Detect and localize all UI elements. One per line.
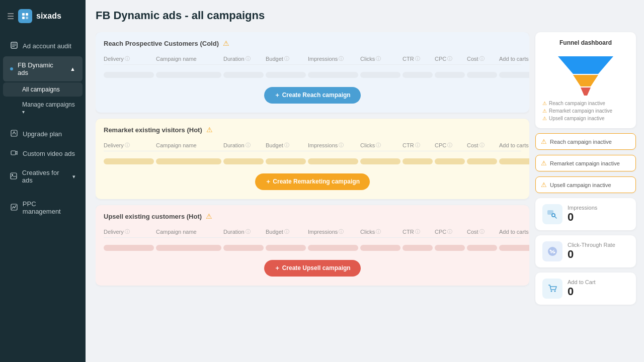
funnel-title: Funnel dashboard <box>542 39 629 46</box>
ctr-icon-box: % <box>542 241 562 261</box>
create-reach-campaign-button[interactable]: ＋ Create Reach campaign <box>264 87 360 104</box>
td-sk <box>467 158 497 164</box>
sidebar-item-label-audit: Ad account audit <box>23 42 71 50</box>
hamburger-icon[interactable]: ☰ <box>7 12 14 21</box>
creatives-icon <box>10 172 18 181</box>
impressions-metric-card: Impressions 0 <box>535 198 636 230</box>
sidebar-subitem-all-campaigns[interactable]: All campaigns <box>3 82 83 97</box>
remarket-panel-title: Remarket existing visitors (Hot) <box>104 126 202 134</box>
td-sk <box>435 245 465 251</box>
ctr-metric-card: % Click-Through Rate 0 <box>535 235 636 267</box>
th-budget-reach: Budget ⓘ <box>266 55 306 62</box>
ctr-label: Click-Through Rate <box>568 242 615 248</box>
sidebar-subitem-manage-campaigns[interactable]: Manage campaigns ▾ <box>3 98 83 119</box>
upsell-alert-label: Upsell campaign inactive <box>550 182 611 188</box>
create-upsell-campaign-button[interactable]: ＋ Create Upsell campaign <box>264 260 360 277</box>
impressions-label: Impressions <box>568 205 597 211</box>
funnel-alert-label-2: Upsell campaign inactive <box>549 116 605 121</box>
td-sk <box>223 158 264 164</box>
video-icon <box>10 149 18 158</box>
impressions-icon <box>547 209 558 220</box>
td-sk <box>435 158 465 164</box>
upsell-warning-icon: ⚠ <box>206 212 212 220</box>
th-addtocarts-reach: Add to carts ⓘ <box>499 55 529 62</box>
reach-warning-icon: ⚠ <box>223 39 229 47</box>
remarket-alert-label: Remarket campaign inactive <box>550 160 620 166</box>
reach-campaign-inactive-alert[interactable]: ⚠ Reach campaign inactive <box>535 133 636 150</box>
td-sk <box>156 245 221 251</box>
ctr-icon: % <box>547 246 558 257</box>
upsell-table-header: Delivery ⓘ Campaign name Duration ⓘ Budg… <box>104 226 521 238</box>
td-sk <box>266 158 306 164</box>
th-impressions-upsell: Impressions ⓘ <box>308 228 358 235</box>
sidebar-item-upgrade-plan[interactable]: Upgrade plan <box>3 125 83 143</box>
funnel-alert-warn-0: ⚠ <box>542 101 547 106</box>
th-cpc-upsell: CPC ⓘ <box>435 228 465 235</box>
create-remarket-campaign-button[interactable]: ＋ Create Remarketing campaign <box>255 173 370 190</box>
right-panel: Funnel dashboard ⚠ Reach campaign inac <box>535 32 636 354</box>
remarket-campaign-inactive-alert[interactable]: ⚠ Remarket campaign inactive <box>535 155 636 171</box>
th-campaign-name-upsell: Campaign name <box>156 228 221 235</box>
sidebar-item-label-fb: FB Dynamic ads <box>18 61 65 76</box>
audit-icon <box>10 42 18 50</box>
ctr-value: 0 <box>568 248 615 261</box>
td-sk <box>223 72 264 78</box>
reach-panel-title: Reach Prospective Customers (Cold) <box>104 40 219 47</box>
upsell-campaign-panel: Upsell existing customers (Hot) ⚠ Delive… <box>96 205 529 286</box>
logo-text: sixads <box>36 12 61 21</box>
sidebar-item-ppc[interactable]: PPC management <box>3 195 83 220</box>
sidebar-item-fb-dynamic-ads[interactable]: FB Dynamic ads ▲ <box>3 56 83 81</box>
td-sk <box>403 72 433 78</box>
reach-table-header: Delivery ⓘ Campaign name Duration ⓘ Budg… <box>104 53 521 65</box>
td-sk <box>266 245 306 251</box>
add-to-cart-icon-box <box>542 279 562 299</box>
upsell-campaign-inactive-alert[interactable]: ⚠ Upsell campaign inactive <box>535 176 636 193</box>
svg-rect-3 <box>26 17 28 19</box>
th-cost-reach: Cost ⓘ <box>467 55 497 62</box>
th-budget-upsell: Budget ⓘ <box>266 228 306 235</box>
remarket-panel-header: Remarket existing visitors (Hot) ⚠ <box>104 126 521 134</box>
svg-rect-2 <box>22 17 25 19</box>
td-sk <box>403 245 433 251</box>
svg-rect-0 <box>22 13 25 16</box>
th-delivery-remarket: Delivery ⓘ <box>104 142 154 149</box>
th-cost-upsell: Cost ⓘ <box>467 228 497 235</box>
th-duration-remarket: Duration ⓘ <box>223 142 264 149</box>
svg-marker-15 <box>581 87 591 96</box>
th-addtocarts-upsell: Add to carts ⓘ <box>499 228 529 235</box>
td-sk <box>360 245 400 251</box>
fb-expand-icon: ▲ <box>70 66 75 72</box>
th-cpc-remarket: CPC ⓘ <box>435 142 465 149</box>
sidebar: ☰ sixads Ad account audit FB Dynamic ads… <box>0 0 86 362</box>
td-sk <box>403 158 433 164</box>
sidebar-header: ☰ sixads <box>0 0 86 32</box>
reach-panel-header: Reach Prospective Customers (Cold) ⚠ <box>104 39 521 47</box>
svg-point-18 <box>552 214 554 216</box>
svg-point-25 <box>551 291 552 292</box>
th-duration-upsell: Duration ⓘ <box>223 228 264 235</box>
cart-icon <box>547 283 558 294</box>
creatives-expand-icon: ▾ <box>72 173 75 180</box>
sidebar-item-creatives[interactable]: Creatives for ads ▾ <box>3 164 83 189</box>
td-sk <box>360 72 400 78</box>
sidebar-item-label-creatives: Creatives for ads <box>22 169 68 184</box>
page-title: FB Dynamic ads - all campaigns <box>86 0 644 24</box>
remarket-campaign-panel: Remarket existing visitors (Hot) ⚠ Deliv… <box>96 119 529 199</box>
td-sk <box>499 72 529 78</box>
impressions-metric-info: Impressions 0 <box>568 205 597 224</box>
th-impressions-remarket: Impressions ⓘ <box>308 142 358 149</box>
td-sk <box>467 245 497 251</box>
sidebar-item-ad-account-audit[interactable]: Ad account audit <box>3 37 83 55</box>
td-sk <box>435 72 465 78</box>
upsell-panel-header: Upsell existing customers (Hot) ⚠ <box>104 212 521 220</box>
svg-marker-14 <box>573 75 598 86</box>
funnel-alert-warn-2: ⚠ <box>542 116 547 121</box>
sidebar-item-custom-video[interactable]: Custom video ads <box>3 144 83 163</box>
remarket-warning-icon: ⚠ <box>206 126 213 134</box>
upsell-alert-icon: ⚠ <box>541 181 547 189</box>
td-sk <box>104 245 154 251</box>
ppc-icon <box>10 204 18 212</box>
campaigns-area: Reach Prospective Customers (Cold) ⚠ Del… <box>96 32 529 354</box>
th-cost-remarket: Cost ⓘ <box>467 142 497 149</box>
th-ctr-upsell: CTR ⓘ <box>403 228 433 235</box>
